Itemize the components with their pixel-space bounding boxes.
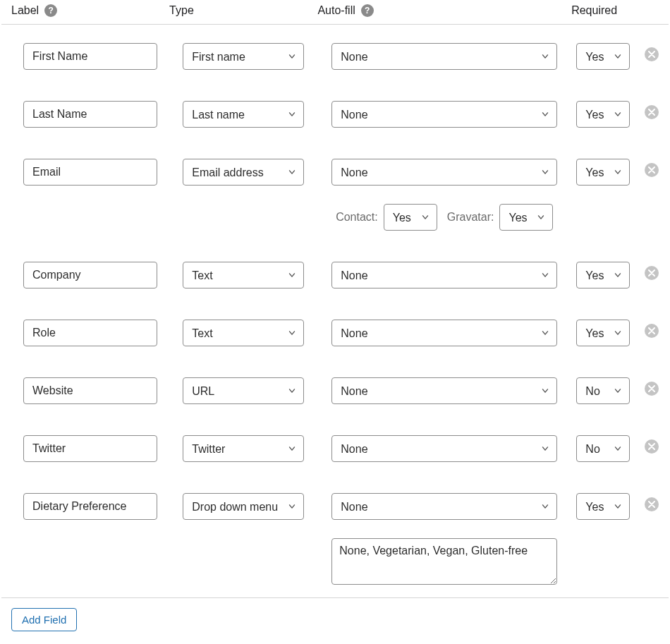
field-row: Text None Yes	[1, 301, 669, 359]
label-input[interactable]	[23, 262, 157, 288]
email-extras: Contact: Yes Gravatar: Yes	[336, 204, 553, 231]
field-rows: First name None Yes Last name None	[1, 25, 669, 597]
type-select[interactable]: Last name	[183, 101, 304, 128]
field-row: Text None Yes	[1, 243, 669, 301]
field-row: Twitter None No	[1, 417, 669, 475]
contact-label: Contact:	[336, 211, 378, 224]
required-select[interactable]: Yes	[576, 101, 630, 128]
remove-row-button[interactable]	[645, 497, 659, 511]
help-icon[interactable]: ?	[361, 4, 374, 17]
field-row: URL None No	[1, 359, 669, 417]
label-input[interactable]	[23, 43, 157, 70]
help-icon[interactable]: ?	[44, 4, 57, 17]
autofill-select[interactable]: None	[331, 159, 557, 186]
label-input[interactable]	[23, 493, 157, 520]
contact-select[interactable]: Yes	[384, 204, 437, 231]
header-autofill: Auto-fill	[317, 4, 355, 17]
options-textarea[interactable]: None, Vegetarian, Vegan, Gluten-free	[331, 538, 557, 585]
required-select[interactable]: Yes	[576, 43, 630, 70]
header-required: Required	[571, 4, 617, 17]
required-select[interactable]: No	[576, 377, 630, 404]
field-row: Email address None Contact: Yes Gravatar…	[1, 140, 669, 243]
header-type: Type	[169, 4, 194, 17]
type-select[interactable]: Twitter	[183, 435, 304, 462]
autofill-select[interactable]: None	[331, 320, 557, 346]
label-input[interactable]	[23, 101, 157, 128]
type-select[interactable]: URL	[183, 377, 304, 404]
required-select[interactable]: No	[576, 435, 630, 462]
type-select[interactable]: Text	[183, 320, 304, 346]
remove-row-button[interactable]	[645, 382, 659, 396]
autofill-select[interactable]: None	[331, 493, 557, 520]
label-input[interactable]	[23, 377, 157, 404]
field-row: Drop down menu None None, Vegetarian, Ve…	[1, 475, 669, 597]
column-headers: Label ? Type Auto-fill ? Required	[1, 0, 669, 25]
remove-row-button[interactable]	[645, 105, 659, 119]
required-select[interactable]: Yes	[576, 320, 630, 346]
header-label: Label	[11, 4, 39, 17]
remove-row-button[interactable]	[645, 324, 659, 338]
required-select[interactable]: Yes	[576, 262, 630, 288]
footer: Add Field	[1, 597, 669, 641]
label-input[interactable]	[23, 159, 157, 186]
required-select[interactable]: Yes	[576, 493, 630, 520]
gravatar-select[interactable]: Yes	[499, 204, 553, 231]
remove-row-button[interactable]	[645, 163, 659, 177]
autofill-select[interactable]: None	[331, 43, 557, 70]
autofill-select[interactable]: None	[331, 262, 557, 288]
label-input[interactable]	[23, 320, 157, 346]
field-row: First name None Yes	[1, 25, 669, 83]
autofill-select[interactable]: None	[331, 377, 557, 404]
add-field-button[interactable]: Add Field	[11, 608, 77, 631]
remove-row-button[interactable]	[645, 266, 659, 280]
type-select[interactable]: Email address	[183, 159, 304, 186]
label-input[interactable]	[23, 435, 157, 462]
required-select[interactable]: Yes	[576, 159, 630, 186]
field-row: Last name None Yes	[1, 83, 669, 140]
type-select[interactable]: First name	[183, 43, 304, 70]
type-select[interactable]: Drop down menu	[183, 493, 304, 520]
remove-row-button[interactable]	[645, 439, 659, 454]
remove-row-button[interactable]	[645, 47, 659, 61]
autofill-select[interactable]: None	[331, 435, 557, 462]
type-select[interactable]: Text	[183, 262, 304, 288]
gravatar-label: Gravatar:	[447, 211, 494, 224]
autofill-select[interactable]: None	[331, 101, 557, 128]
